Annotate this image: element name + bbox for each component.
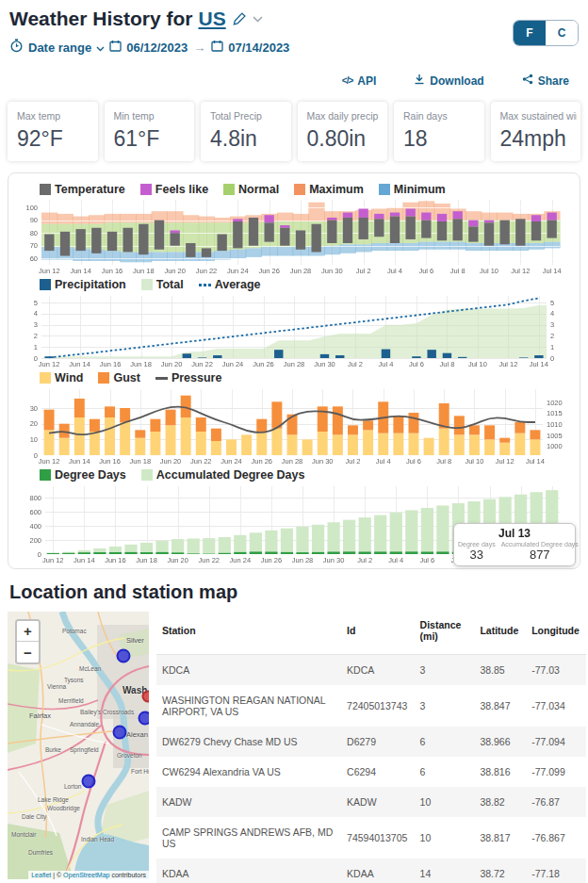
stat-value: 24mph bbox=[500, 126, 578, 152]
legend-label: Total bbox=[156, 278, 184, 291]
station-table-row: KADWKADW1038.82-76.87 bbox=[156, 787, 586, 817]
station-table-cell: -76.867 bbox=[526, 817, 586, 858]
legend-label: Degree Days bbox=[55, 468, 126, 482]
date-range-control[interactable]: Date range 06/12/2023 → 07/14/2023 bbox=[0, 30, 588, 57]
map-place-label: Indian Head bbox=[81, 836, 114, 842]
station-table-row: CAMP SPRINGS ANDREWS AFB, MD US745940137… bbox=[156, 817, 586, 858]
station-table-cell: 38.85 bbox=[474, 655, 526, 686]
stat-value: 18 bbox=[403, 126, 481, 152]
tooltip-label-degree-days: Degree days bbox=[458, 541, 496, 548]
wind-chart[interactable] bbox=[17, 385, 571, 466]
station-table-row: KDCAKDCA338.85-77.03 bbox=[156, 655, 586, 686]
map-place-label: Burke bbox=[45, 746, 61, 753]
station-table-cell: 72405013743 bbox=[341, 685, 415, 727]
station-table-cell: KDAA bbox=[156, 858, 341, 883]
map-place-label: Merrifield bbox=[58, 697, 84, 704]
legend-item[interactable]: Wind bbox=[40, 371, 83, 384]
actions-row: </> API Download Share bbox=[0, 57, 588, 96]
station-column-header: Latitude bbox=[474, 612, 526, 655]
legend-label: Average bbox=[215, 278, 261, 291]
share-button[interactable]: Share bbox=[516, 73, 575, 89]
legend-item[interactable]: Minimum bbox=[379, 183, 446, 196]
station-table-cell: KDCA bbox=[156, 655, 341, 686]
station-table-cell: -77.094 bbox=[526, 727, 586, 757]
code-icon: </> bbox=[342, 75, 352, 86]
station-table-cell: D6279 bbox=[341, 727, 415, 757]
stat-value: 92°F bbox=[17, 126, 94, 152]
map-place-label: Annandale bbox=[70, 721, 99, 728]
leaflet-link[interactable]: Leaflet bbox=[31, 872, 51, 878]
station-table-cell: C6294 bbox=[341, 757, 415, 787]
legend-item[interactable]: Degree Days bbox=[40, 468, 126, 482]
station-marker[interactable] bbox=[139, 711, 150, 726]
tooltip-date: Jul 13 bbox=[458, 527, 571, 540]
legend-label: Precipitation bbox=[55, 278, 126, 291]
date-range-label: Date range bbox=[28, 41, 91, 55]
legend-swatch-icon bbox=[40, 279, 51, 290]
map-place-label: Fairfax bbox=[29, 711, 51, 720]
wind-chart-block: WindGustPressure bbox=[17, 371, 571, 466]
station-table: StationIdDistance (mi)LatitudeLongitude … bbox=[156, 612, 586, 883]
date-end: 07/14/2023 bbox=[228, 41, 289, 55]
station-table-cell: DW6279 Chevy Chase MD US bbox=[156, 727, 341, 757]
map[interactable]: + − PotomacSilverRestonMcLeanTysonsVienn… bbox=[8, 612, 149, 879]
station-table-cell: CAMP SPRINGS ANDREWS AFB, MD US bbox=[156, 817, 341, 858]
legend-item[interactable]: Normal bbox=[223, 183, 279, 196]
legend-item[interactable]: Gust bbox=[98, 371, 139, 384]
legend-item[interactable]: Temperature bbox=[40, 183, 125, 196]
date-arrow: → bbox=[193, 41, 205, 55]
fahrenheit-button[interactable]: F bbox=[514, 21, 546, 45]
station-table-row: WASHINGTON REAGAN NATIONAL AIRPORT, VA U… bbox=[156, 685, 586, 727]
chart-tooltip: Jul 13 Degree days 33 Accumulated Degree… bbox=[453, 523, 576, 566]
header: Weather History for US bbox=[0, 0, 588, 30]
stat-value: 61°F bbox=[114, 126, 191, 152]
legend-item[interactable]: Total bbox=[141, 278, 184, 291]
map-place-label: Bailey's Crossroads bbox=[80, 709, 134, 715]
map-zoom-in-button[interactable]: + bbox=[17, 621, 39, 642]
api-button[interactable]: </> API bbox=[336, 73, 382, 89]
legend-swatch-icon bbox=[379, 184, 390, 195]
station-table-row: CW6294 Alexandria VA USC6294638.816-77.0… bbox=[156, 757, 586, 787]
precipitation-legend: PrecipitationTotalAverage bbox=[40, 278, 571, 291]
location-link[interactable]: US bbox=[199, 8, 226, 30]
stat-card: Rain days18 bbox=[394, 102, 484, 161]
download-button[interactable]: Download bbox=[408, 73, 489, 89]
station-marker[interactable] bbox=[82, 775, 96, 789]
legend-item[interactable]: Pressure bbox=[155, 371, 222, 384]
legend-swatch-icon bbox=[141, 469, 153, 481]
temperature-chart-block: TemperatureFeels likeNormalMaximumMinimu… bbox=[17, 183, 571, 276]
temperature-chart[interactable] bbox=[17, 197, 571, 276]
map-zoom-out-button[interactable]: − bbox=[17, 642, 39, 662]
legend-swatch-icon bbox=[141, 279, 153, 290]
celsius-button[interactable]: C bbox=[546, 21, 578, 45]
legend-label: Wind bbox=[55, 371, 83, 384]
precipitation-chart[interactable] bbox=[17, 292, 571, 369]
osm-link[interactable]: OpenStreetMap bbox=[63, 872, 109, 878]
station-table-row: KDAAKDAA1438.72-77.18 bbox=[156, 858, 586, 883]
title-chevron-icon[interactable] bbox=[253, 16, 263, 23]
station-marker[interactable] bbox=[142, 691, 150, 703]
legend-item[interactable]: Feels like bbox=[140, 183, 208, 196]
edit-icon[interactable] bbox=[232, 11, 247, 26]
legend-item[interactable]: Precipitation bbox=[40, 278, 126, 291]
temperature-legend: TemperatureFeels likeNormalMaximumMinimu… bbox=[40, 183, 571, 196]
station-marker[interactable] bbox=[117, 649, 131, 663]
date-start: 06/12/2023 bbox=[126, 41, 188, 55]
station-table-cell: -77.03 bbox=[526, 655, 586, 686]
legend-item[interactable]: Average bbox=[199, 278, 261, 291]
map-place-label: Dale City bbox=[22, 813, 46, 820]
station-marker[interactable] bbox=[113, 726, 127, 740]
station-table-wrap: StationIdDistance (mi)LatitudeLongitude … bbox=[156, 612, 588, 883]
stat-value: 0.80in bbox=[307, 126, 384, 152]
legend-item[interactable]: Accumulated Degree Days bbox=[141, 468, 305, 482]
station-table-cell: 74594013705 bbox=[341, 817, 415, 858]
stat-card: Max temp92°F bbox=[8, 102, 98, 161]
share-icon bbox=[522, 74, 533, 88]
stat-label: Max temp bbox=[17, 110, 94, 122]
map-attribution: Leaflet | © OpenStreetMap contributors bbox=[28, 871, 149, 879]
legend-label: Maximum bbox=[309, 183, 364, 196]
legend-swatch-icon bbox=[40, 184, 51, 195]
station-column-header: Longitude bbox=[526, 612, 586, 655]
legend-label: Pressure bbox=[172, 371, 222, 384]
legend-item[interactable]: Maximum bbox=[294, 183, 364, 196]
